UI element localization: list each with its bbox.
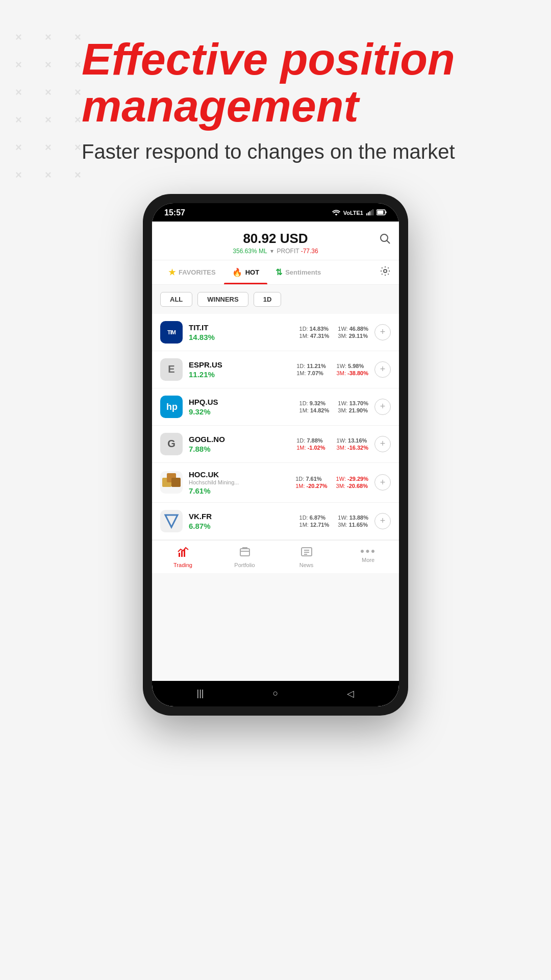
svg-point-8 <box>381 234 388 241</box>
svg-rect-2 <box>369 211 370 215</box>
android-nav-bar: ||| ○ ◁ <box>152 681 399 706</box>
svg-rect-7 <box>386 211 387 213</box>
add-button-hpq[interactable]: + <box>374 399 391 415</box>
stock-ticker-hoc: HOC.UK <box>189 470 289 479</box>
stock-logo-hoc <box>160 471 183 494</box>
stock-logo-hpq: hp <box>160 396 183 418</box>
stock-ticker-tit: TIT.IT <box>189 323 293 332</box>
add-button-vk[interactable]: + <box>374 513 391 529</box>
search-button[interactable] <box>380 233 391 248</box>
stock-logo-tit: TIM <box>160 321 183 344</box>
stock-row[interactable]: HOC.UK Hochschild Mining... 7.61% 1D: 7.… <box>152 463 399 503</box>
android-back-button[interactable]: ◁ <box>347 688 354 699</box>
filter-1d[interactable]: 1D <box>254 292 282 307</box>
tab-sentiments[interactable]: ⇅ Sentiments <box>267 260 329 284</box>
svg-text:hp: hp <box>166 402 178 412</box>
settings-button[interactable] <box>380 265 391 279</box>
stock-row[interactable]: VK.FR 6.87% 1D: 6.87% 1W: 13.88% 1M: 12.… <box>152 503 399 540</box>
profit-value: -77.36 <box>301 248 318 255</box>
stock-logo-vk <box>160 510 183 532</box>
add-button-espr[interactable]: + <box>374 361 391 378</box>
android-menu-button[interactable]: ||| <box>197 688 204 699</box>
stock-logo-espr: E <box>160 358 183 381</box>
stock-info-gogl: GOGL.NO 7.88% <box>189 435 290 453</box>
stock-ticker-espr: ESPR.US <box>189 360 290 369</box>
hot-fire-icon: 🔥 <box>232 267 242 277</box>
svg-rect-19 <box>240 549 249 556</box>
stock-change-tit: 14.83% <box>189 333 293 341</box>
stock-row[interactable]: E ESPR.US 11.21% 1D: 11.21% 1W: 5.98% 1M… <box>152 351 399 388</box>
stock-change-vk: 6.87% <box>189 522 293 530</box>
stock-row[interactable]: TIM TIT.IT 14.83% 1D: 14.83% 1W: 46.88% … <box>152 314 399 351</box>
nav-more[interactable]: ●●● More <box>337 545 399 570</box>
stock-stats-hpq: 1D: 9.32% 1W: 13.70% 1M: 14.82% 3M: 21.9… <box>299 400 368 413</box>
stock-stats-tit: 1D: 14.83% 1W: 46.88% 1M: 47.31% 3M: 29.… <box>299 326 368 339</box>
nav-trading[interactable]: Trading <box>152 545 214 570</box>
filter-bar: ALL WINNERS 1D <box>152 285 399 314</box>
tab-favorites-label: FAVORITES <box>179 268 216 276</box>
bottom-nav: Trading Portfolio <box>152 540 399 573</box>
svg-rect-16 <box>179 553 180 557</box>
news-icon <box>300 547 313 560</box>
svg-rect-4 <box>372 209 373 215</box>
stock-info-hpq: HPQ.US 9.32% <box>189 398 293 416</box>
sentiments-icon: ⇅ <box>276 267 282 277</box>
stock-logo-gogl: G <box>160 433 183 455</box>
wifi-icon <box>332 209 340 217</box>
trading-icon <box>177 547 189 560</box>
stock-stats-vk: 1D: 6.87% 1W: 13.88% 1M: 12.71% 3M: 11.6… <box>299 514 368 528</box>
nav-portfolio[interactable]: Portfolio <box>214 545 276 570</box>
svg-rect-14 <box>171 478 181 487</box>
status-time: 15:57 <box>164 208 185 217</box>
stock-row[interactable]: G GOGL.NO 7.88% 1D: 7.88% 1W: 13.16% 1M:… <box>152 426 399 463</box>
balance-meta: 356.63% ML ▾ PROFIT -77.36 <box>162 248 389 255</box>
stock-info-espr: ESPR.US 11.21% <box>189 360 290 379</box>
filter-winners[interactable]: WINNERS <box>197 292 248 307</box>
tab-hot[interactable]: 🔥 HOT <box>224 260 267 284</box>
phone-screen: 15:57 VoLTE1 <box>152 203 399 706</box>
headline: Effective position management <box>82 36 520 130</box>
filter-all[interactable]: ALL <box>160 292 192 307</box>
svg-marker-15 <box>165 515 178 527</box>
nav-news[interactable]: News <box>276 545 337 570</box>
phone-wrapper: 15:57 VoLTE1 <box>0 194 551 716</box>
stock-ticker-hpq: HPQ.US <box>189 398 293 406</box>
profit-label: PROFIT <box>277 248 299 255</box>
stock-info-vk: VK.FR 6.87% <box>189 512 293 530</box>
status-icons: VoLTE1 <box>332 209 387 217</box>
svg-rect-17 <box>181 551 183 557</box>
balance-bar: 80.92 USD 356.63% ML ▾ PROFIT -77.36 <box>152 222 399 260</box>
tab-favorites[interactable]: ★ FAVORITES <box>160 260 224 284</box>
svg-rect-1 <box>368 212 369 215</box>
add-button-tit[interactable]: + <box>374 324 391 340</box>
subheadline: Faster respond to changes on the market <box>82 140 520 163</box>
add-button-gogl[interactable]: + <box>374 436 391 452</box>
battery-icon <box>377 209 387 217</box>
stock-subtitle-hoc: Hochschild Mining... <box>189 479 289 485</box>
balance-amount: 80.92 USD <box>162 231 389 247</box>
camera-notch <box>260 203 291 210</box>
tab-sentiments-label: Sentiments <box>285 268 321 276</box>
add-button-hoc[interactable]: + <box>374 474 391 491</box>
tabs-bar: ★ FAVORITES 🔥 HOT ⇅ Sentiments <box>152 260 399 285</box>
android-home-button[interactable]: ○ <box>273 688 279 699</box>
stock-ticker-vk: VK.FR <box>189 512 293 521</box>
portfolio-label: Portfolio <box>234 562 255 568</box>
stock-ticker-gogl: GOGL.NO <box>189 435 290 444</box>
more-icon: ●●● <box>360 547 376 555</box>
svg-point-10 <box>384 270 387 273</box>
stock-list: TIM TIT.IT 14.83% 1D: 14.83% 1W: 46.88% … <box>152 314 399 540</box>
stock-change-espr: 11.21% <box>189 370 290 379</box>
header-section: Effective position management Faster res… <box>0 0 551 163</box>
status-bar: 15:57 VoLTE1 <box>152 203 399 222</box>
signal-icon <box>366 209 373 217</box>
favorites-star-icon: ★ <box>168 267 176 277</box>
news-label: News <box>299 562 314 568</box>
stock-stats-espr: 1D: 11.21% 1W: 5.98% 1M: 7.07% 3M: -38.8… <box>296 363 368 376</box>
stock-row[interactable]: hp HPQ.US 9.32% 1D: 9.32% 1W: 13.70% 1M:… <box>152 388 399 426</box>
lte-icon: VoLTE1 <box>343 210 363 216</box>
app-content: 80.92 USD 356.63% ML ▾ PROFIT -77.36 <box>152 222 399 681</box>
stock-info-hoc: HOC.UK Hochschild Mining... 7.61% <box>189 470 289 495</box>
svg-line-9 <box>387 240 390 243</box>
phone-outer: 15:57 VoLTE1 <box>143 194 408 716</box>
